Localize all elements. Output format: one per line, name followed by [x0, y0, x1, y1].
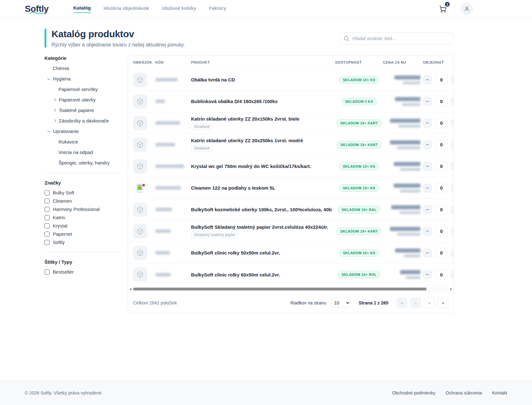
sidebar-category-z-sobn-ky-a-d-vkova-e[interactable]: Zásobníky a dávkovače: [44, 118, 121, 124]
quantity-decrease-button[interactable]: −: [423, 248, 432, 257]
brands-title: Značky: [44, 180, 121, 185]
category-label: Hygiena: [53, 76, 71, 81]
first-page-button[interactable]: «: [397, 297, 407, 308]
quantity-value[interactable]: 0: [435, 248, 448, 258]
quantity-value[interactable]: 0: [435, 269, 448, 280]
price-unit-redacted: [403, 81, 420, 84]
footer-link-obchodn-podmienky[interactable]: Obchodné podmienky: [392, 390, 435, 395]
scroll-left-arrow[interactable]: [130, 288, 131, 290]
column-header-produkt: PRODUKT: [191, 60, 335, 64]
table-row: Katrin skladané utierky ZZ 20x150ks 2vrs…: [128, 112, 454, 134]
table-row: Katrin skladané utierky ZZ 20x250ks 1vrs…: [128, 134, 454, 156]
quantity-decrease-button[interactable]: −: [423, 227, 432, 236]
footer-link-kontakt[interactable]: Kontakt: [492, 390, 507, 395]
checkbox-icon[interactable]: [44, 269, 50, 275]
brand-filter-bulky-soft[interactable]: Bulky Soft: [44, 190, 121, 195]
quantity-increase-button[interactable]: +: [451, 227, 454, 236]
quantity-decrease-button[interactable]: −: [423, 205, 432, 214]
quantity-value[interactable]: 0: [435, 118, 448, 128]
quantity-value[interactable]: 0: [435, 183, 448, 193]
scrollbar-thumb[interactable]: [133, 288, 426, 290]
checkbox-icon[interactable]: [44, 232, 50, 237]
tags-title: Štítky / Typy: [44, 259, 121, 265]
quantity-decrease-button[interactable]: −: [423, 119, 432, 128]
quantity-increase-button[interactable]: +: [451, 184, 454, 192]
table-row: BulkySoft clinic rolky 60x50m celul.2vr.…: [128, 264, 454, 285]
quantity-decrease-button[interactable]: −: [423, 270, 432, 279]
previous-page-button[interactable]: ‹: [410, 297, 421, 308]
sidebar-category-hygiena[interactable]: Hygiena: [44, 76, 121, 82]
brand-filter-softly[interactable]: Softly: [44, 240, 121, 245]
brand-filter-label: Katrin: [53, 215, 65, 220]
app-logo[interactable]: Softly: [25, 4, 49, 14]
sidebar-category-rukavice[interactable]: Rukavice: [44, 139, 121, 145]
quantity-decrease-button[interactable]: −: [423, 162, 432, 171]
brand-filter-label: Cleamen: [53, 198, 72, 204]
brand-filter-label: Softly: [53, 240, 65, 245]
quantity-value[interactable]: 0: [435, 205, 448, 215]
rows-per-page-select[interactable]: 10: [331, 298, 351, 308]
user-avatar-button[interactable]: [461, 3, 473, 15]
brand-filter-katrin[interactable]: Katrin: [44, 215, 121, 220]
nav-item-hist-ria-objedn-vok[interactable]: História objednávok: [104, 5, 149, 13]
quantity-value[interactable]: 0: [435, 161, 448, 171]
quantity-increase-button[interactable]: +: [451, 119, 454, 128]
quantity-increase-button[interactable]: +: [451, 162, 454, 171]
page-subtitle: Rýchly výber a objednanie tovaru z našej…: [51, 42, 185, 48]
quantity-increase-button[interactable]: +: [451, 270, 454, 279]
search-input[interactable]: [339, 32, 454, 45]
last-page-button[interactable]: »: [438, 297, 448, 308]
quantity-value[interactable]: 0: [435, 96, 448, 107]
sidebar-category-papierov-utierky[interactable]: Papierové utierky: [44, 97, 121, 103]
quantity-increase-button[interactable]: +: [451, 75, 454, 84]
nav-item-fakt-ry[interactable]: Faktúry: [209, 5, 226, 13]
quantity-increase-button[interactable]: +: [451, 97, 454, 106]
quantity-increase-button[interactable]: +: [451, 248, 454, 257]
quantity-increase-button[interactable]: +: [451, 205, 454, 214]
quantity-value[interactable]: 0: [435, 75, 448, 85]
checkbox-icon[interactable]: [44, 215, 50, 220]
chevron-right-icon: [53, 98, 56, 101]
stock-badge: SKLADOM 10+ KART: [337, 119, 382, 127]
price-unit-redacted: [404, 255, 420, 257]
chevron-right-icon: [53, 109, 56, 112]
quantity-value[interactable]: 0: [435, 140, 448, 150]
sidebar-category-toaletn-papiere[interactable]: Toaletné papiere: [44, 107, 121, 113]
quantity-decrease-button[interactable]: −: [423, 140, 432, 149]
table-body: Obálka tvrdá na CD SKLADOM 10+ KS − 0 +: [128, 69, 454, 285]
sidebar-category--pongie-utierky-handry[interactable]: Špongie, utierky, handry: [44, 160, 121, 166]
footer-link-ochrana-s-kromia[interactable]: Ochrana súkromia: [446, 390, 482, 395]
scrollbar-track[interactable]: [133, 287, 448, 291]
checkbox-icon[interactable]: [44, 199, 50, 204]
quantity-decrease-button[interactable]: −: [423, 75, 432, 84]
tag-filter-bestseller[interactable]: Bestseller: [44, 269, 121, 275]
sidebar-category-papierov-serv-tky[interactable]: Papierové servítky: [44, 86, 121, 92]
scroll-right-arrow[interactable]: [450, 288, 452, 290]
brand-filter-papernet[interactable]: Papernet: [44, 231, 121, 237]
price-redacted: [394, 184, 420, 188]
price-unit-redacted: [397, 146, 420, 149]
brand-filter-cleamen[interactable]: Cleamen: [44, 198, 121, 204]
checkbox-icon[interactable]: [44, 240, 50, 245]
quantity-increase-button[interactable]: +: [451, 140, 454, 149]
nav-item-katal-g[interactable]: Katalóg: [73, 5, 91, 13]
product-image: [133, 203, 147, 217]
table-scroll-area: OBRÁZOKKÓDPRODUKTDOSTUPNOSŤCENA ZA MJOBJ…: [128, 56, 454, 285]
checkbox-icon[interactable]: [44, 207, 50, 212]
brand-filter-krystal[interactable]: Krystal: [44, 223, 121, 228]
checkbox-icon[interactable]: [44, 190, 50, 195]
quantity-decrease-button[interactable]: −: [423, 184, 432, 192]
quantity-decrease-button[interactable]: −: [423, 97, 432, 106]
sidebar-category-upratovanie[interactable]: Upratovanie: [44, 128, 121, 134]
product-name: BulkySoft clinic rolky 50x50m celul.2vr.: [191, 250, 332, 255]
nav-item-ulo-en-ko-ky[interactable]: Uložené košíky: [162, 5, 196, 13]
sidebar-category-ch-mia[interactable]: Chémia: [44, 65, 121, 71]
product-name: BulkySoft kozmetické utierky 100ks, 2vrs…: [191, 207, 332, 212]
sidebar-category-vrecia-na-odpad[interactable]: Vrecia na odpad: [44, 149, 121, 155]
checkbox-icon[interactable]: [44, 223, 50, 228]
chevron-right-icon: [53, 119, 56, 122]
quantity-value[interactable]: 0: [435, 226, 448, 236]
cart-button[interactable]: 3: [438, 4, 448, 14]
next-page-button[interactable]: ›: [424, 297, 435, 308]
brand-filter-harmony-professional[interactable]: Harmony Professional: [44, 206, 121, 212]
